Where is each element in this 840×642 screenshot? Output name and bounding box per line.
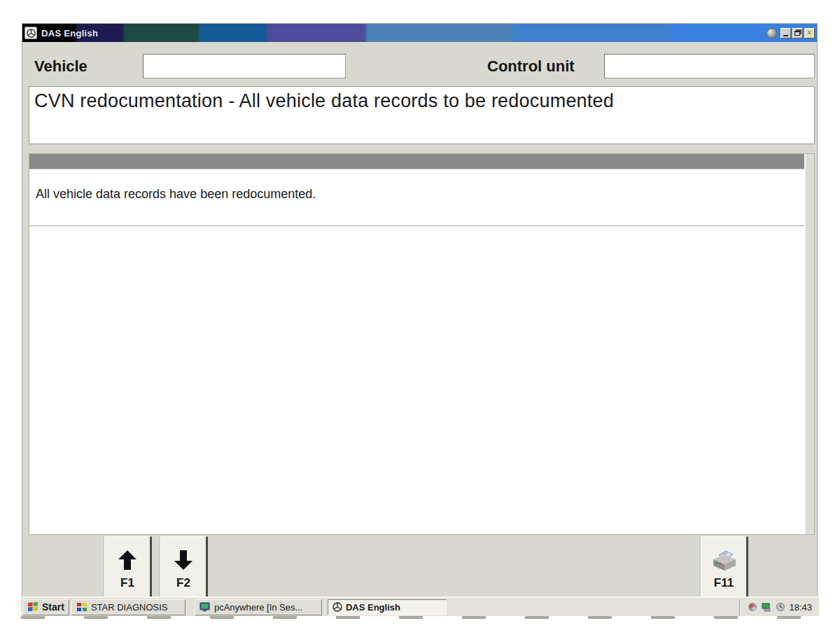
vehicle-label: Vehicle — [34, 57, 88, 76]
volume-icon[interactable] — [747, 602, 757, 613]
taskbar-item-label: STAR DIAGNOSIS — [91, 602, 168, 613]
fkey-label: F1 — [105, 576, 150, 590]
f11-print-button[interactable]: F11 — [701, 536, 748, 598]
arrow-down-icon — [161, 548, 206, 572]
screen: DAS English × Vehicle Control unit CVN r… — [0, 0, 840, 642]
scheduler-icon[interactable] — [775, 602, 785, 613]
star-diagnosis-icon — [76, 602, 88, 612]
status-message: All vehicle data records have been redoc… — [36, 187, 316, 202]
das-window: DAS English × Vehicle Control unit CVN r… — [22, 23, 818, 599]
control-unit-input[interactable] — [604, 54, 815, 78]
taskbar-item-das-english[interactable]: DAS English — [328, 599, 447, 615]
minimize-button[interactable] — [780, 28, 791, 39]
printer-icon — [701, 548, 746, 572]
taskbar: Start STAR DIAGNOSIS pcAnywhere [In Ses.… — [21, 596, 819, 616]
taskbar-item-pcanywhere[interactable]: pcAnywhere [In Ses... — [195, 599, 322, 615]
fkey-label: F11 — [701, 576, 746, 590]
pcanywhere-icon — [200, 602, 211, 612]
arrow-up-icon — [105, 548, 150, 572]
titlebar-round-icon — [766, 28, 777, 39]
system-tray: 18:43 — [739, 599, 818, 615]
vehicle-input[interactable] — [143, 54, 346, 78]
mercedes-star-icon — [24, 27, 37, 39]
control-unit-label: Control unit — [487, 57, 575, 76]
panel-header-bar — [29, 154, 804, 169]
mercedes-star-icon — [332, 602, 342, 612]
restore-icon — [794, 31, 800, 36]
task-heading-box: CVN redocumentation - All vehicle data r… — [29, 86, 815, 144]
taskbar-item-label: DAS English — [346, 602, 400, 613]
clock: 18:43 — [789, 602, 812, 613]
taskbar-item-label: pcAnywhere [In Ses... — [214, 602, 302, 613]
scrollbar-track[interactable] — [805, 154, 814, 534]
pcanywhere-host-icon[interactable] — [761, 602, 771, 613]
taskbar-bottom-edge — [21, 616, 819, 619]
window-title: DAS English — [41, 28, 98, 39]
start-label: Start — [42, 601, 64, 613]
f2-scroll-down-button[interactable]: F2 — [160, 536, 208, 598]
restore-button[interactable] — [792, 28, 803, 39]
close-icon: × — [808, 29, 812, 36]
task-heading: CVN redocumentation - All vehicle data r… — [34, 90, 809, 112]
content-panel: All vehicle data records have been redoc… — [29, 153, 815, 535]
f1-scroll-up-button[interactable]: F1 — [104, 536, 152, 598]
close-button[interactable]: × — [804, 28, 815, 39]
minimize-icon — [783, 35, 788, 36]
titlebar[interactable]: DAS English × — [22, 24, 817, 42]
start-button[interactable]: Start — [22, 599, 69, 615]
separator-line — [29, 225, 804, 226]
taskbar-item-star-diagnosis[interactable]: STAR DIAGNOSIS — [71, 599, 186, 615]
windows-logo-icon — [27, 602, 38, 612]
fkey-label: F2 — [161, 576, 206, 590]
